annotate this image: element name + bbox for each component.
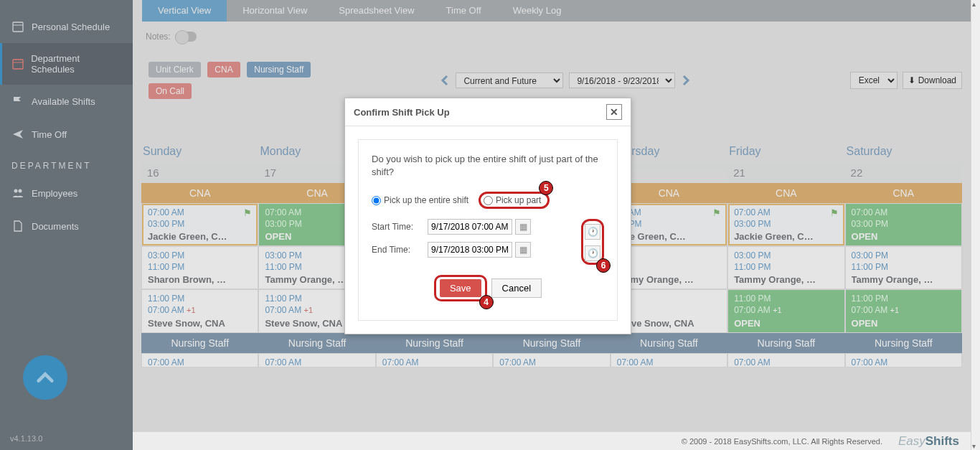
highlighted-save-button: Save 4 <box>434 275 487 301</box>
chip-nursing-staff[interactable]: Nursing Staff <box>247 62 311 78</box>
shift-cell[interactable]: 03:00 PM11:00 PMSharon Brown, … <box>141 246 258 289</box>
radio-pickup-part[interactable]: Pick up part <box>484 195 541 205</box>
annotation-badge-4: 4 <box>479 295 494 309</box>
shift-cell[interactable]: 07:00 AM <box>845 353 962 367</box>
shift-cell[interactable]: 03:00 PM11:00 PMTammy Orange, … <box>727 246 844 289</box>
group-header-cna: CNA <box>141 183 258 203</box>
vertical-scrollbar[interactable] <box>971 0 980 450</box>
cancel-button[interactable]: Cancel <box>491 278 542 298</box>
sidebar-item-label: Documents <box>32 221 79 232</box>
day-number: 21 <box>727 162 844 183</box>
start-time-input[interactable] <box>428 219 512 235</box>
radio-pickup-part-input[interactable] <box>484 196 493 205</box>
chip-unit-clerk[interactable]: Unit Clerk <box>149 62 201 78</box>
shift-cell[interactable]: 07:00 AM <box>141 353 258 367</box>
group-header-nursing: Nursing Staff <box>376 333 493 353</box>
group-header-nursing: Nursing Staff <box>258 333 375 353</box>
group-header-nursing: Nursing Staff <box>611 333 727 353</box>
tab-vertical-view[interactable]: Vertical View <box>142 0 227 22</box>
group-header-nursing: Nursing Staff <box>727 333 844 353</box>
sidebar-item-department-schedules[interactable]: Department Schedules <box>0 43 133 85</box>
sidebar-item-personal-schedule[interactable]: Personal Schedule <box>0 10 133 43</box>
shift-cell[interactable]: 07:00 AM03:00 PMOPEN <box>845 203 962 246</box>
export-format-select[interactable]: Excel <box>850 72 897 89</box>
flag-icon: ⚑ <box>243 207 252 218</box>
export-controls: Excel ⬇ Download <box>847 72 962 89</box>
sidebar-item-label: Time Off <box>32 129 67 140</box>
annotation-badge-6: 6 <box>596 258 611 273</box>
clock-picker-button[interactable]: 🕐 <box>585 224 600 240</box>
sidebar-item-available-shifts[interactable]: Available Shifts <box>0 85 133 118</box>
clock-icon: 🕐 <box>588 248 598 258</box>
easyshifts-logo: EasyShifts <box>898 434 959 449</box>
sidebar-item-employees[interactable]: Employees <box>0 177 133 210</box>
scroll-to-top-button[interactable] <box>23 355 67 400</box>
tab-weekly-log[interactable]: Weekly Log <box>497 0 578 22</box>
save-button[interactable]: Save <box>440 279 481 297</box>
close-button[interactable]: ✕ <box>606 104 622 120</box>
group-header-cna: CNA <box>845 183 962 203</box>
people-icon <box>11 187 24 200</box>
shift-cell[interactable]: ⚑07:00 AM03:00 PMJackie Green, C… <box>727 203 844 246</box>
group-header-nursing: Nursing Staff <box>845 333 962 353</box>
date-control: Current and Future 9/16/2018 - 9/23/2018 <box>437 72 694 88</box>
sidebar-item-documents[interactable]: Documents <box>0 210 133 243</box>
sidebar-item-time-off[interactable]: Time Off <box>0 118 133 151</box>
notes-row: Notes: <box>146 32 971 42</box>
day-name: Sunday <box>141 145 258 162</box>
chip-cna[interactable]: CNA <box>207 62 240 78</box>
view-tabs: Vertical View Horizontal View Spreadshee… <box>142 0 971 22</box>
shift-cell[interactable]: 11:00 PM07:00 AM +1OPEN <box>727 289 844 332</box>
calendar-picker-button[interactable]: ▦ <box>515 219 531 235</box>
calendar-icon: ▦ <box>519 222 527 232</box>
day-name: Friday <box>727 145 844 162</box>
sidebar-item-label: Department Schedules <box>31 53 121 75</box>
highlighted-clock-buttons: 🕐 🕐 6 <box>581 219 604 265</box>
shift-cell[interactable]: 07:00 AM <box>493 353 610 367</box>
flag-icon: ⚑ <box>712 207 721 218</box>
range-select[interactable]: Current and Future <box>456 72 563 88</box>
download-icon: ⬇ <box>908 75 918 85</box>
shift-cell[interactable]: 07:00 AM <box>727 353 844 367</box>
end-time-input[interactable] <box>428 242 512 258</box>
clock-picker-button[interactable]: 🕐 <box>585 245 600 261</box>
tab-horizontal-view[interactable]: Horizontal View <box>227 0 323 22</box>
tab-spreadsheet-view[interactable]: Spreadsheet View <box>323 0 430 22</box>
notes-toggle[interactable] <box>175 32 197 42</box>
radio-entire-shift-input[interactable] <box>372 196 381 205</box>
footer: © 2009 - 2018 EasyShifts.com, LLC. All R… <box>133 431 971 450</box>
shift-cell[interactable]: 11:00 PM07:00 AM +1OPEN <box>845 289 962 332</box>
end-time-label: End Time: <box>372 245 428 255</box>
sidebar-section-department: DEPARTMENT <box>0 151 133 177</box>
svg-point-4 <box>14 189 18 193</box>
chip-on-call[interactable]: On Call <box>149 83 192 99</box>
prev-week-button[interactable] <box>437 72 453 88</box>
day-number: 16 <box>141 162 258 183</box>
calendar-icon <box>11 57 24 70</box>
calendar-picker-button[interactable]: ▦ <box>515 242 531 258</box>
shift-cell[interactable]: ⚑07:00 AM03:00 PMJackie Green, C… <box>141 203 258 246</box>
dialog-title: Confirm Shift Pick Up <box>354 107 450 118</box>
shift-cell[interactable]: 07:00 AM <box>258 353 375 367</box>
tab-time-off[interactable]: Time Off <box>430 0 497 22</box>
svg-point-5 <box>19 189 22 193</box>
plane-icon <box>11 128 24 141</box>
shift-cell[interactable]: 11:00 PM07:00 AM +1Steve Snow, CNA <box>141 289 258 332</box>
day-number: 22 <box>845 162 962 183</box>
shift-cell[interactable]: 07:00 AM <box>611 353 727 367</box>
dialog-question: Do you wish to pick up the entire shift … <box>372 153 604 179</box>
next-week-button[interactable] <box>678 72 694 88</box>
svg-rect-2 <box>13 60 23 69</box>
sidebar-item-label: Personal Schedule <box>32 22 110 32</box>
radio-entire-shift[interactable]: Pick up the entire shift <box>372 195 468 205</box>
shift-cell[interactable]: 03:00 PM11:00 PMTammy Orange, … <box>845 246 962 289</box>
download-button[interactable]: ⬇ Download <box>903 72 962 89</box>
annotation-badge-5: 5 <box>539 181 553 195</box>
daterange-select[interactable]: 9/16/2018 - 9/23/2018 <box>569 72 675 88</box>
group-header-nursing: Nursing Staff <box>493 333 610 353</box>
confirm-shift-pickup-dialog: Confirm Shift Pick Up ✕ Do you wish to p… <box>344 98 631 334</box>
shift-cell[interactable]: 07:00 AM <box>376 353 493 367</box>
close-icon: ✕ <box>610 106 618 118</box>
day-name: Saturday <box>845 145 962 162</box>
flag-icon <box>11 95 24 108</box>
